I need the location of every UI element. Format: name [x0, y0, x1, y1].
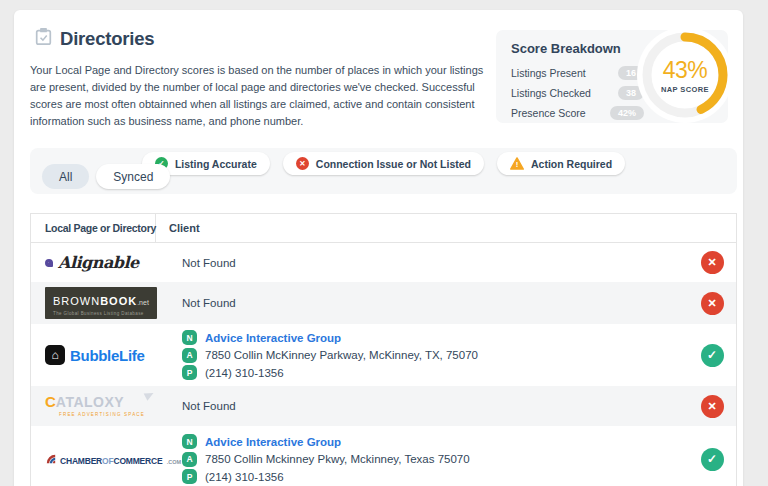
legend-label: Connection Issue or Not Listed — [316, 158, 471, 170]
logo-tagline: The Global Business Listing Database — [53, 311, 149, 316]
status-ok-icon: ✓ — [701, 448, 724, 471]
logo-text: ATALOXY — [56, 394, 124, 410]
column-header-directory: Local Page or Directory — [31, 214, 156, 242]
address-badge: A — [182, 452, 197, 467]
logo-text: .net — [137, 299, 149, 306]
client-not-found: Not Found — [169, 257, 688, 269]
score-metrics: Listings Present 16 Listings Checked 38 … — [511, 63, 644, 123]
table-row-cataloxy: CATALOXY FREE ADVERTISING SPACE Not Foun… — [31, 386, 736, 426]
logo-tagline: FREE ADVERTISING SPACE — [45, 412, 145, 417]
page-header: Directories — [35, 27, 154, 50]
metric-presence-score: Presence Score 42% — [511, 103, 644, 123]
fan-stripes-icon — [45, 453, 57, 465]
x-circle-icon: ✕ — [296, 157, 309, 170]
logo-text: BROWN — [53, 295, 100, 307]
logo-text: CHAMBER — [60, 456, 102, 466]
client-name-link[interactable]: Advice Interactive Group — [205, 436, 341, 448]
warning-triangle-icon: ! — [510, 157, 524, 170]
nap-score-gauge: 43% NAP SCORE — [637, 27, 733, 123]
client-address: 7850 Collin McKinney Parkway, McKinney, … — [205, 349, 478, 361]
logo-text: BubbleLife — [70, 347, 145, 364]
page-description: Your Local Page and Directory scores is … — [30, 62, 502, 130]
legend-action-required[interactable]: ! Action Required — [497, 152, 625, 175]
metric-listings-checked: Listings Checked 38 — [511, 83, 644, 103]
logo-text: C — [45, 393, 56, 410]
metric-label: Listings Present — [511, 67, 586, 79]
logo-text: BOOK — [100, 295, 137, 307]
client-phone: (214) 310-1356 — [205, 367, 284, 379]
status-ok-icon: ✓ — [701, 344, 724, 367]
logo-text: COMMERCE — [113, 456, 162, 466]
score-breakdown-title: Score Breakdown — [511, 41, 621, 56]
client-name-link[interactable]: Advice Interactive Group — [205, 332, 341, 344]
directory-logo-brownbook: BROWNBOOK.net The Global Business Listin… — [31, 287, 169, 319]
directory-logo-alignable: Alignable — [31, 253, 169, 272]
client-address: 7850 Collin Mckinney Pkwy, Mckinney, Tex… — [205, 453, 470, 465]
page-title: Directories — [60, 28, 154, 50]
directories-table: Local Page or Directory Client Alignable… — [30, 213, 737, 486]
address-badge: A — [182, 348, 197, 363]
status-error-icon: ✕ — [701, 251, 724, 274]
status-error-icon: ✕ — [701, 292, 724, 315]
table-row-bubblelife: ⌂ BubbleLife N Advice Interactive Group … — [31, 324, 736, 386]
filter-bar: ✓ Listing Accurate ✕ Connection Issue or… — [30, 148, 737, 194]
name-badge: N — [182, 434, 197, 449]
table-header: Local Page or Directory Client — [31, 214, 736, 243]
directory-logo-bubblelife: ⌂ BubbleLife — [31, 345, 169, 365]
directories-card: Directories Your Local Page and Director… — [14, 10, 743, 486]
logo-text: Alignable — [58, 253, 139, 272]
legend-connection-issue[interactable]: ✕ Connection Issue or Not Listed — [283, 152, 484, 175]
metric-label: Listings Checked — [511, 87, 591, 99]
logo-text: OF — [102, 456, 113, 466]
legend-label: Listing Accurate — [175, 158, 257, 170]
client-details: N Advice Interactive Group A 7850 Collin… — [169, 328, 688, 383]
client-phone: (214) 310-1356 — [205, 471, 284, 483]
alignable-swirl-icon — [45, 259, 53, 267]
table-row-chamberofcommerce: CHAMBEROFCOMMERCE .COM N Advice Interact… — [31, 426, 736, 486]
legend-label: Action Required — [531, 158, 612, 170]
name-badge: N — [182, 330, 197, 345]
metric-listings-present: Listings Present 16 — [511, 63, 644, 83]
paper-plane-icon — [144, 389, 156, 400]
tab-all[interactable]: All — [42, 164, 89, 189]
directory-logo-cataloxy: CATALOXY FREE ADVERTISING SPACE — [31, 393, 169, 420]
nap-score-percent: 43% — [663, 57, 708, 84]
bubble-house-icon: ⌂ — [45, 345, 65, 365]
phone-badge: P — [182, 365, 197, 380]
table-row-brownbook: BROWNBOOK.net The Global Business Listin… — [31, 282, 736, 324]
svg-text:!: ! — [516, 160, 519, 169]
tab-synced[interactable]: Synced — [96, 164, 170, 189]
filter-tabs: All Synced — [42, 164, 170, 189]
client-details: N Advice Interactive Group A 7850 Collin… — [169, 432, 688, 486]
client-not-found: Not Found — [169, 400, 688, 412]
clipboard-check-icon — [35, 27, 52, 50]
directory-logo-chamberofcommerce: CHAMBEROFCOMMERCE .COM — [31, 450, 169, 468]
phone-badge: P — [182, 469, 197, 484]
table-row-alignable: Alignable Not Found ✕ — [31, 243, 736, 282]
metric-label: Presence Score — [511, 107, 586, 119]
nap-score-label: NAP SCORE — [661, 85, 709, 94]
column-header-client: Client — [156, 222, 200, 234]
status-error-icon: ✕ — [701, 395, 724, 418]
client-not-found: Not Found — [169, 297, 688, 309]
